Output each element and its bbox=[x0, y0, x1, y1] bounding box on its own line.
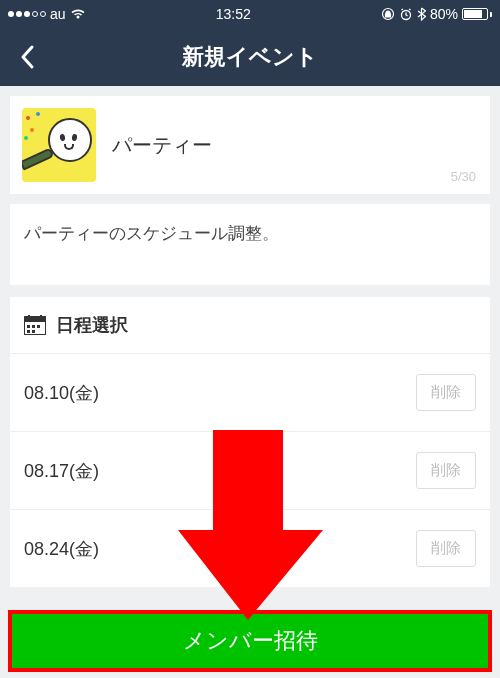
status-right: 80% bbox=[381, 6, 492, 22]
date-label: 08.24(金) bbox=[24, 537, 99, 561]
invite-members-button[interactable]: メンバー招待 bbox=[8, 610, 492, 672]
status-left: au bbox=[8, 6, 86, 22]
wifi-icon bbox=[70, 8, 86, 20]
date-row: 08.24(金) 削除 bbox=[10, 510, 490, 587]
status-bar: au 13:52 80% bbox=[0, 0, 500, 28]
dates-header: 日程選択 bbox=[10, 297, 490, 354]
delete-date-button[interactable]: 削除 bbox=[416, 530, 476, 567]
date-label: 08.10(金) bbox=[24, 381, 99, 405]
date-row: 08.17(金) 削除 bbox=[10, 432, 490, 510]
dates-section: 日程選択 08.10(金) 削除 08.17(金) 削除 08.24(金) 削除 bbox=[10, 297, 490, 587]
event-description-input[interactable]: パーティーのスケジュール調整。 bbox=[10, 204, 490, 285]
title-char-counter: 5/30 bbox=[451, 169, 476, 184]
svg-rect-9 bbox=[27, 330, 30, 333]
svg-rect-10 bbox=[32, 330, 35, 333]
bluetooth-icon bbox=[417, 7, 426, 21]
delete-date-button[interactable]: 削除 bbox=[416, 374, 476, 411]
dates-section-title: 日程選択 bbox=[56, 313, 128, 337]
svg-rect-8 bbox=[37, 325, 40, 328]
svg-rect-7 bbox=[32, 325, 35, 328]
svg-rect-6 bbox=[27, 325, 30, 328]
clock-time: 13:52 bbox=[216, 6, 251, 22]
nav-header: 新規イベント bbox=[0, 28, 500, 86]
carrier-label: au bbox=[50, 6, 66, 22]
svg-rect-5 bbox=[40, 315, 42, 319]
date-label: 08.17(金) bbox=[24, 459, 99, 483]
svg-rect-4 bbox=[28, 315, 30, 319]
calendar-icon bbox=[24, 315, 46, 335]
back-button[interactable] bbox=[12, 42, 42, 72]
date-row: 08.10(金) 削除 bbox=[10, 354, 490, 432]
alarm-icon bbox=[399, 7, 413, 21]
delete-date-button[interactable]: 削除 bbox=[416, 452, 476, 489]
svg-rect-3 bbox=[24, 317, 46, 322]
event-sticker-icon[interactable] bbox=[22, 108, 96, 182]
event-title-card: パーティー 5/30 bbox=[10, 96, 490, 194]
battery-icon bbox=[462, 8, 492, 20]
chevron-left-icon bbox=[19, 44, 35, 70]
battery-percentage: 80% bbox=[430, 6, 458, 22]
signal-strength-icon bbox=[8, 11, 46, 17]
page-title: 新規イベント bbox=[182, 42, 318, 72]
rotation-lock-icon bbox=[381, 7, 395, 21]
event-title-input[interactable]: パーティー bbox=[112, 132, 478, 159]
